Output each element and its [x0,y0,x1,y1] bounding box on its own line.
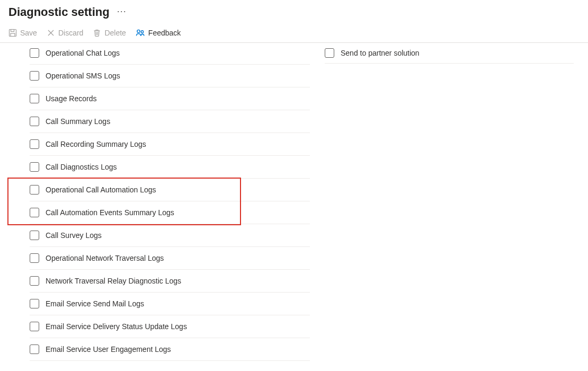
destinations-column: Send to partner solution [325,43,574,361]
delete-label: Delete [104,29,126,37]
log-row-call-summary-logs: Call Summary Logs [30,110,310,133]
log-row-call-survey-logs: Call Survey Logs [30,224,310,247]
feedback-button[interactable]: Feedback [136,29,181,37]
save-button[interactable]: Save [8,29,37,37]
log-row-operational-chat-logs: Operational Chat Logs [30,43,310,65]
log-label: Call Automation Events Summary Logs [46,208,174,217]
log-row-operational-network-traversal-logs: Operational Network Traversal Logs [30,247,310,270]
svg-rect-1 [11,33,15,37]
delete-button[interactable]: Delete [93,29,126,37]
log-label: Email Service User Engagement Logs [46,345,171,354]
log-row-email-service-send-mail-logs: Email Service Send Mail Logs [30,293,310,315]
save-icon [8,29,17,37]
log-label: Call Summary Logs [46,117,110,126]
log-row-call-recording-summary-logs: Call Recording Summary Logs [30,133,310,156]
log-label: Network Traversal Relay Diagnostic Logs [46,277,181,285]
checkbox-email-service-delivery-status-update-logs[interactable] [30,322,39,331]
log-row-operational-call-automation-logs: Operational Call Automation Logs [30,179,310,201]
checkbox-call-summary-logs[interactable] [30,117,39,126]
checkbox-usage-records[interactable] [30,94,39,103]
checkbox-email-service-send-mail-logs[interactable] [30,299,39,308]
discard-icon [47,29,55,37]
log-row-call-diagnostics-logs: Call Diagnostics Logs [30,156,310,179]
checkbox-network-traversal-relay-diagnostic-logs[interactable] [30,276,39,286]
page-title: Diagnostic setting [8,5,110,19]
delete-icon [93,29,101,37]
log-label: Call Recording Summary Logs [46,140,146,148]
save-label: Save [20,29,37,37]
log-label: Usage Records [46,94,97,103]
log-label: Call Diagnostics Logs [46,163,117,171]
checkbox-operational-network-traversal-logs[interactable] [30,253,39,263]
log-label: Email Service Send Mail Logs [46,299,144,308]
svg-point-7 [137,30,140,32]
checkbox-call-recording-summary-logs[interactable] [30,139,39,149]
checkbox-operational-chat-logs[interactable] [30,48,39,58]
feedback-label: Feedback [148,29,181,37]
discard-label: Discard [58,29,83,37]
page-header: Diagnostic setting ··· [0,0,588,22]
destination-row-send-to-partner-solution: Send to partner solution [325,43,574,64]
log-categories-column: Operational Chat LogsOperational SMS Log… [0,43,310,361]
log-row-email-service-user-engagement-logs: Email Service User Engagement Logs [30,338,310,361]
log-label: Call Survey Logs [46,231,102,240]
log-label: Operational Call Automation Logs [46,186,156,194]
checkbox-operational-call-automation-logs[interactable] [30,185,39,195]
log-row-network-traversal-relay-diagnostic-logs: Network Traversal Relay Diagnostic Logs [30,270,310,293]
log-row-email-service-delivery-status-update-logs: Email Service Delivery Status Update Log… [30,315,310,338]
checkbox-operational-sms-logs[interactable] [30,71,39,81]
toolbar: Save Discard Delete [0,22,588,43]
checkbox-send-to-partner-solution[interactable] [325,48,334,58]
more-icon[interactable]: ··· [117,6,127,18]
feedback-icon [136,29,145,37]
log-label: Email Service Delivery Status Update Log… [46,322,187,331]
destination-label: Send to partner solution [341,49,420,57]
content: Operational Chat LogsOperational SMS Log… [0,43,588,361]
log-row-operational-sms-logs: Operational SMS Logs [30,65,310,87]
checkbox-call-diagnostics-logs[interactable] [30,162,39,172]
log-label: Operational Chat Logs [46,49,120,57]
svg-point-8 [141,31,143,33]
log-row-usage-records: Usage Records [30,87,310,110]
checkbox-call-survey-logs[interactable] [30,231,39,240]
log-row-call-automation-events-summary-logs: Call Automation Events Summary Logs [30,201,310,224]
checkbox-email-service-user-engagement-logs[interactable] [30,344,39,354]
log-label: Operational Network Traversal Logs [46,254,164,262]
log-label: Operational SMS Logs [46,72,120,80]
discard-button[interactable]: Discard [47,29,83,37]
checkbox-call-automation-events-summary-logs[interactable] [30,208,39,217]
svg-rect-2 [11,30,14,32]
